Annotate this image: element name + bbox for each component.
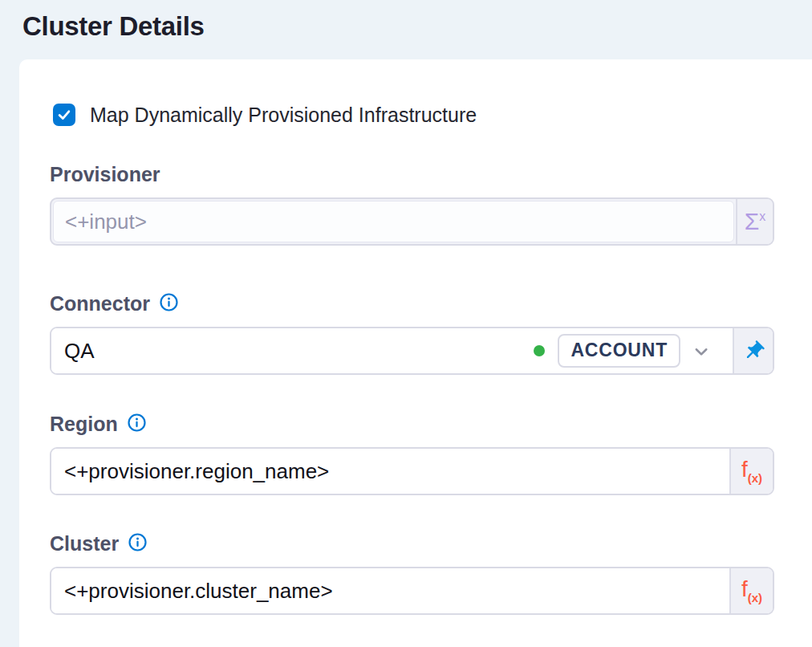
region-inner-field[interactable]: [51, 449, 729, 494]
connector-inner-field[interactable]: ACCOUNT: [51, 328, 733, 373]
page-title: Cluster Details: [22, 11, 205, 42]
page-background: { "header": { "title": "Cluster Details"…: [0, 0, 812, 647]
pin-icon: [742, 340, 765, 363]
region-info-icon[interactable]: [127, 413, 147, 433]
checkbox-checked-icon[interactable]: [53, 104, 75, 126]
cluster-label: Cluster: [50, 532, 119, 555]
check-icon: [56, 107, 72, 123]
connector-input-shell: ACCOUNT: [50, 327, 774, 375]
provisioner-label: Provisioner: [50, 163, 160, 186]
connector-pin-button[interactable]: [733, 328, 773, 373]
connector-field-group: Connector ACCOUNT: [50, 292, 774, 375]
connector-label: Connector: [50, 292, 150, 315]
cluster-field-group: Cluster f(x): [50, 532, 774, 615]
fx-expression-icon: f(x): [741, 458, 762, 484]
connector-input[interactable]: [64, 339, 534, 364]
connector-status-dot: [534, 345, 545, 356]
provisioner-field-group: Provisioner Σx: [50, 163, 774, 246]
provisioner-inner-field: [53, 201, 734, 242]
chevron-down-icon: [690, 340, 712, 362]
cluster-details-card: Map Dynamically Provisioned Infrastructu…: [19, 59, 812, 647]
region-input-shell: f(x): [50, 447, 774, 495]
provisioner-input[interactable]: [65, 210, 722, 234]
map-provisioned-infrastructure-checkbox[interactable]: Map Dynamically Provisioned Infrastructu…: [53, 104, 774, 126]
connector-dropdown-toggle[interactable]: [680, 340, 720, 362]
connector-scope-badge: ACCOUNT: [558, 334, 680, 368]
sigma-runtime-input-icon: Σx: [745, 210, 766, 234]
region-label: Region: [50, 413, 118, 436]
cluster-input[interactable]: [64, 579, 717, 604]
region-field-group: Region f(x): [50, 413, 774, 495]
cluster-inner-field[interactable]: [51, 568, 729, 613]
cluster-expression-button[interactable]: f(x): [729, 568, 773, 613]
region-expression-button[interactable]: f(x): [729, 449, 773, 494]
checkbox-label: Map Dynamically Provisioned Infrastructu…: [90, 104, 477, 127]
connector-info-icon[interactable]: [159, 292, 179, 312]
fx-expression-icon: f(x): [741, 578, 762, 604]
provisioner-input-shell: Σx: [50, 197, 774, 246]
region-input[interactable]: [64, 459, 717, 484]
cluster-input-shell: f(x): [50, 567, 774, 615]
runtime-input-type-button[interactable]: Σx: [736, 199, 773, 244]
cluster-info-icon[interactable]: [128, 532, 148, 552]
